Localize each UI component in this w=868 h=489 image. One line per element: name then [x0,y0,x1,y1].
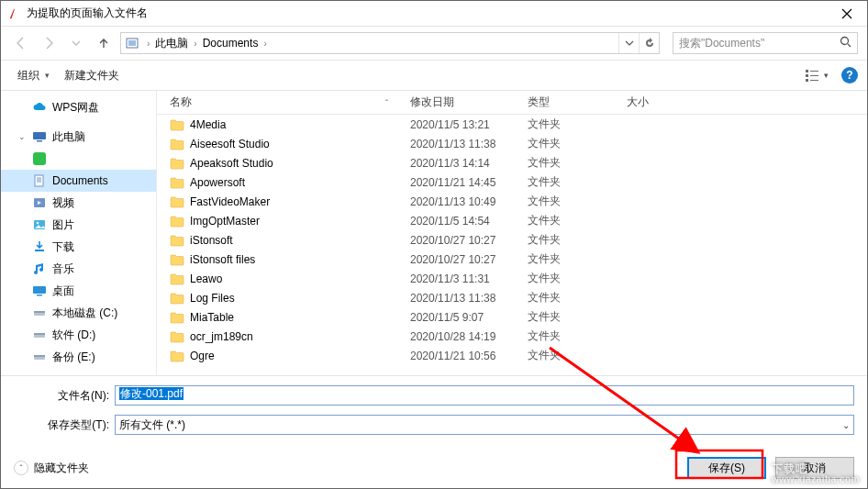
view-mode-button[interactable]: ▾ [801,67,832,83]
address-refresh-button[interactable] [639,33,659,53]
table-row[interactable]: Leawo2020/11/3 11:31文件夹 [157,269,867,288]
address-dropdown-button[interactable] [618,33,639,53]
nav-recent-button[interactable] [65,32,87,54]
cell-date: 2020/11/3 11:31 [397,272,515,285]
address-bar[interactable]: › 此电脑 › Documents › [120,32,660,54]
sidebar-item-soft-d[interactable]: 软件 (D:) [1,324,156,346]
close-button[interactable] [827,1,867,26]
svg-rect-18 [37,295,42,296]
sidebar-item-label: 桌面 [52,283,74,299]
sidebar-item-localdisk-c[interactable]: 本地磁盘 (C:) [1,302,156,324]
svg-rect-16 [35,250,44,251]
search-input[interactable] [679,37,836,50]
cell-type: 文件夹 [515,194,614,209]
folder-icon [170,311,184,324]
cell-type: 文件夹 [515,213,614,228]
column-header-date[interactable]: 修改日期 [397,94,515,110]
svg-rect-24 [34,355,45,357]
hide-folders-toggle[interactable]: ˆ 隐藏文件夹 [14,461,89,476]
svg-rect-12 [35,175,43,186]
filename-input[interactable]: 修改-001.pdf [115,385,854,406]
drive-icon [32,328,47,342]
cloud-icon [32,100,47,115]
video-icon [32,195,47,210]
search-icon[interactable] [840,36,851,50]
help-button[interactable]: ? [841,67,858,83]
column-header-type[interactable]: 类型 [515,94,614,110]
watermark-url: www.xiazaiba.com [772,474,860,484]
sidebar-item-wps[interactable]: WPS网盘 [1,96,156,118]
search-box[interactable] [673,32,858,54]
table-row[interactable]: Apeaksoft Studio2020/11/3 14:14文件夹 [157,153,867,172]
filetype-select[interactable]: 所有文件 (*.*) ⌄ [115,415,854,435]
cell-name: ImgOptMaster [157,215,397,228]
sidebar-item-music[interactable]: 音乐 [1,258,156,280]
crumb-separator[interactable]: › [190,39,200,49]
sidebar-item-label: 下载 [52,239,74,255]
table-row[interactable]: MiaTable2020/11/5 9:07文件夹 [157,307,867,327]
sidebar-item-backup-e[interactable]: 备份 (E:) [1,346,156,368]
table-row[interactable]: Aiseesoft Studio2020/11/13 11:38文件夹 [157,134,867,153]
filename-row: 文件名(N): 修改-001.pdf [14,385,854,406]
table-row[interactable]: iStonsoft files2020/10/27 10:27文件夹 [157,250,867,269]
new-folder-button[interactable]: 新建文件夹 [57,64,127,87]
drive-icon [32,306,47,320]
crumb-pc[interactable]: 此电脑 [153,36,190,51]
chevron-down-icon [72,39,81,48]
sidebar-item-videos[interactable]: 视频 [1,192,156,214]
sidebar-item-documents[interactable]: Documents [1,170,156,192]
crumb-documents[interactable]: Documents [201,37,261,50]
nav-up-button[interactable] [93,32,115,54]
svg-rect-1 [128,40,136,46]
svg-rect-11 [33,152,46,165]
watermark-text: 下载吧 [772,462,807,475]
sidebar: WPS网盘 ⌄ 此电脑 Documents 视频 图片 [1,91,157,375]
crumb-separator[interactable]: › [260,39,270,49]
column-header-name[interactable]: 名称ˆ [157,94,397,110]
cell-name: Apowersoft [157,176,397,189]
sidebar-item-downloads[interactable]: 下载 [1,236,156,258]
table-row[interactable]: ImgOptMaster2020/11/5 14:54文件夹 [157,211,867,230]
main-area: WPS网盘 ⌄ 此电脑 Documents 视频 图片 [1,91,867,375]
folder-location-icon [125,36,139,50]
arrow-right-icon [41,36,56,50]
cell-type: 文件夹 [515,271,614,286]
sidebar-item-unknown[interactable] [1,148,156,170]
folder-icon [170,138,184,150]
table-row[interactable]: 4Media2020/11/5 13:21文件夹 [157,115,867,134]
folder-icon [170,176,184,189]
sidebar-item-thispc[interactable]: ⌄ 此电脑 [1,126,156,148]
help-icon: ? [846,69,852,82]
chevron-down-icon: ▾ [822,71,829,80]
table-row[interactable]: Apowersoft2020/11/21 14:45文件夹 [157,172,867,192]
cell-date: 2020/11/5 9:07 [397,311,515,324]
app-square-icon [32,151,47,166]
nav-back-button[interactable] [10,32,32,54]
table-row[interactable]: Log Files2020/11/13 11:38文件夹 [157,288,867,307]
table-row[interactable]: Ogre2020/11/21 10:56文件夹 [157,346,867,365]
app-icon [8,7,21,20]
column-header-size[interactable]: 大小 [614,94,687,110]
desktop-icon [32,283,47,298]
cell-name: 4Media [157,118,397,131]
svg-rect-4 [810,71,818,72]
cell-type: 文件夹 [515,117,614,132]
table-row[interactable]: iStonsoft2020/10/27 10:27文件夹 [157,230,867,250]
cell-type: 文件夹 [515,309,614,325]
list-body[interactable]: 4Media2020/11/5 13:21文件夹Aiseesoft Studio… [157,115,867,375]
svg-point-15 [37,222,39,225]
organize-button[interactable]: 组织▾ [10,64,57,87]
svg-rect-17 [33,286,46,294]
cell-type: 文件夹 [515,136,614,151]
sidebar-item-desktop[interactable]: 桌面 [1,280,156,302]
nav-forward-button[interactable] [38,32,60,54]
folder-icon [170,350,184,362]
cell-name: Ogre [157,350,397,362]
table-row[interactable]: ocr_jm189cn2020/10/28 14:19文件夹 [157,327,867,346]
save-button[interactable]: 保存(S) [687,457,766,479]
cell-type: 文件夹 [515,174,614,190]
crumb-separator[interactable]: › [143,39,153,49]
sidebar-item-pictures[interactable]: 图片 [1,214,156,236]
footer: ˆ 隐藏文件夹 保存(S) 取消 [1,444,867,489]
table-row[interactable]: FastVideoMaker2020/11/13 10:49文件夹 [157,192,867,211]
